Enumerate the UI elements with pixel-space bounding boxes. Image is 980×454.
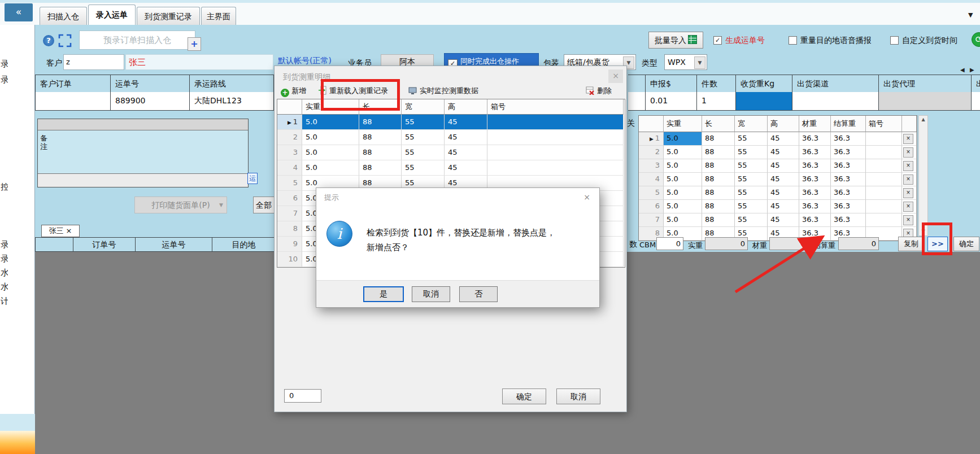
rh-boxno[interactable]: 箱号 <box>866 116 902 132</box>
cell-width[interactable]: 55 <box>735 200 768 213</box>
tab-entry-waybill[interactable]: 录入运单 <box>88 5 136 25</box>
col-header-route[interactable]: 承运路线 <box>190 75 274 93</box>
rh-settleweight[interactable]: 结算重 <box>831 116 866 132</box>
cell-volweight[interactable]: 36.3 <box>799 146 831 159</box>
sidebar-item-clipped[interactable]: 录 <box>1 239 8 250</box>
rh-height[interactable]: 高 <box>768 116 799 132</box>
delete-row-button[interactable]: × <box>903 161 913 171</box>
cell-length[interactable]: 88 <box>702 200 735 213</box>
rh-weight[interactable]: 实重 <box>664 116 702 132</box>
cell-boxno[interactable] <box>487 145 624 160</box>
delete-row-button[interactable]: × <box>903 202 913 212</box>
help-icon[interactable]: ? <box>43 35 54 46</box>
cell-settleweight[interactable]: 36.3 <box>831 186 866 200</box>
customer-code-input[interactable]: z <box>63 54 124 70</box>
cell-pieces[interactable]: 1 <box>697 92 736 111</box>
cell-length[interactable]: 88 <box>702 159 735 173</box>
nav-first-icon[interactable]: ◀ <box>960 67 965 73</box>
rh-length[interactable]: 长 <box>702 116 735 132</box>
cell-weight[interactable]: 5.0 <box>664 159 702 173</box>
cell-width[interactable]: 55 <box>735 159 768 173</box>
bcol-waybill-no[interactable]: 运单号 <box>136 237 212 252</box>
cell-outbound-channel[interactable] <box>792 92 879 111</box>
cell-route[interactable]: 大陆DHL123 <box>190 92 274 111</box>
sidebar-item-clipped[interactable]: 录 <box>1 254 8 264</box>
cell-outbound-agent[interactable] <box>879 92 972 111</box>
scroll-up-icon[interactable]: ▲ <box>919 117 927 122</box>
add-button[interactable]: +新增 <box>281 86 306 97</box>
dh-boxno[interactable]: 箱号 <box>487 99 624 115</box>
cell-width[interactable]: 55 <box>735 186 768 200</box>
print-label-button[interactable]: 打印随货面单(P) ▼ <box>134 197 227 213</box>
sum-weight-input[interactable]: 0 <box>705 237 748 250</box>
dialog-count-input[interactable]: 0 <box>284 389 321 403</box>
type-select[interactable]: WPX ▼ <box>664 54 707 70</box>
customer-doc-tab[interactable]: 张三 × <box>41 225 80 237</box>
sum-settle-input[interactable]: 0 <box>838 237 879 250</box>
cell-width[interactable]: 55 <box>735 132 768 146</box>
cell-weight[interactable]: 5.0 <box>302 115 359 130</box>
sidebar-collapse-button[interactable]: « <box>5 3 33 21</box>
cell-length[interactable]: 88 <box>702 146 735 159</box>
cell-volweight[interactable]: 36.3 <box>799 213 831 227</box>
cell-width[interactable]: 55 <box>735 213 768 227</box>
cell-height[interactable]: 45 <box>445 115 487 130</box>
cell-height[interactable]: 45 <box>768 173 799 186</box>
delete-row-button[interactable]: × <box>903 147 913 158</box>
table-row[interactable]: 2 5.0 88 55 45 36.3 36.3 × <box>639 146 917 159</box>
batch-import-button[interactable]: 批量导入 <box>648 32 703 49</box>
table-row[interactable]: 1 5.0 88 55 45 36.3 36.3 × <box>639 132 917 146</box>
table-row[interactable]: 3 5.0 88 55 45 36.3 36.3 × <box>639 159 917 173</box>
cell-settleweight[interactable]: 36.3 <box>831 159 866 173</box>
clipped-waybill-button[interactable]: 运 <box>247 173 258 184</box>
cell-height[interactable]: 45 <box>768 132 799 146</box>
cbm-input[interactable]: 0 <box>656 237 683 250</box>
cell-waybill-no[interactable]: 889900 <box>111 92 190 111</box>
cell-width[interactable]: 55 <box>402 115 445 130</box>
generate-waybill-checkbox[interactable]: ✓ <box>713 36 722 45</box>
cell-weight[interactable]: 5.0 <box>302 160 359 176</box>
cell-width[interactable]: 55 <box>402 145 445 160</box>
sidebar-item-clipped[interactable]: 控 <box>1 182 8 192</box>
chevron-down-icon[interactable]: ▼ <box>219 197 223 213</box>
dh-height[interactable]: 高 <box>445 99 487 115</box>
table-row[interactable]: 4 5.0 88 55 45 36.3 36.3 × <box>639 173 917 186</box>
rh-volweight[interactable]: 材重 <box>799 116 831 132</box>
cell-height[interactable]: 45 <box>768 213 799 227</box>
delete-row-button[interactable]: × <box>903 188 913 198</box>
tab-arrival-weight-records[interactable]: 到货测重记录 <box>137 7 200 25</box>
table-row[interactable]: 4 5.0 88 55 45 <box>277 160 625 176</box>
dh-width[interactable]: 宽 <box>402 99 445 115</box>
cell-weight[interactable]: 5.0 <box>664 132 702 146</box>
cell-boxno[interactable] <box>866 200 902 213</box>
col-header-recv-weight[interactable]: 收货重Kg <box>736 75 792 93</box>
col-header-declare[interactable]: 申报$ <box>646 75 697 93</box>
sidebar-item-clipped[interactable]: 录 <box>1 59 8 69</box>
cell-volweight[interactable]: 36.3 <box>799 200 831 213</box>
col-header-outbound-channel[interactable]: 出货渠道 <box>792 75 879 93</box>
yes-button[interactable]: 是 <box>363 286 404 302</box>
cell-height[interactable]: 45 <box>445 145 487 160</box>
cell-boxno[interactable] <box>866 173 902 186</box>
cell-boxno[interactable] <box>487 130 624 145</box>
cell-length[interactable]: 88 <box>702 132 735 146</box>
table-row[interactable]: 7 5.0 88 55 45 36.3 36.3 × <box>639 213 917 227</box>
cell-weight[interactable]: 5.0 <box>302 130 359 145</box>
cell-settleweight[interactable]: 36.3 <box>831 200 866 213</box>
cell-width[interactable]: 55 <box>402 130 445 145</box>
delete-row-button[interactable]: × <box>903 134 913 144</box>
col-header-pieces[interactable]: 件数 <box>697 75 736 93</box>
sum-volume-input[interactable]: 0 <box>769 237 810 250</box>
nav-last-icon[interactable]: ▶ <box>970 67 974 73</box>
sidebar-item-clipped[interactable]: 水 <box>1 268 8 278</box>
cell-weight[interactable]: 5.0 <box>664 186 702 200</box>
chevron-down-icon[interactable]: ▼ <box>694 56 705 69</box>
close-icon[interactable]: × <box>608 69 623 83</box>
col-header-outbound-agent[interactable]: 出货代理 <box>879 75 972 93</box>
table-row[interactable]: 3 5.0 88 55 45 <box>277 145 625 160</box>
cell-boxno[interactable] <box>487 115 624 130</box>
table-row[interactable]: 1 5.0 88 55 45 <box>277 115 625 130</box>
cell-length[interactable]: 88 <box>359 115 402 130</box>
dialog-ok-button[interactable]: 确定 <box>502 388 546 404</box>
cell-height[interactable]: 45 <box>768 200 799 213</box>
